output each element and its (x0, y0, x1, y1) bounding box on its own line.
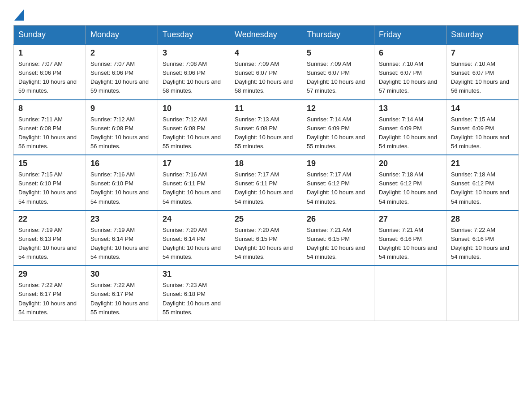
day-info: Sunrise: 7:18 AM Sunset: 6:12 PM Dayligh… (379, 170, 442, 206)
day-info: Sunrise: 7:16 AM Sunset: 6:11 PM Dayligh… (163, 170, 225, 206)
day-info: Sunrise: 7:10 AM Sunset: 6:07 PM Dayligh… (379, 60, 442, 96)
calendar-day-cell: 31 Sunrise: 7:23 AM Sunset: 6:18 PM Dayl… (158, 265, 230, 321)
calendar-day-cell: 14 Sunrise: 7:15 AM Sunset: 6:09 PM Dayl… (446, 100, 519, 155)
day-number: 31 (163, 270, 225, 279)
calendar-day-cell: 24 Sunrise: 7:20 AM Sunset: 6:14 PM Dayl… (158, 210, 230, 266)
calendar-day-cell: 11 Sunrise: 7:13 AM Sunset: 6:08 PM Dayl… (230, 100, 302, 155)
calendar-day-cell: 2 Sunrise: 7:07 AM Sunset: 6:06 PM Dayli… (86, 44, 158, 100)
calendar-day-cell (302, 265, 374, 321)
day-number: 4 (235, 48, 297, 58)
calendar-day-cell: 19 Sunrise: 7:17 AM Sunset: 6:12 PM Dayl… (302, 155, 374, 210)
day-info: Sunrise: 7:23 AM Sunset: 6:18 PM Dayligh… (163, 281, 225, 317)
calendar-day-cell: 23 Sunrise: 7:19 AM Sunset: 6:14 PM Dayl… (86, 210, 158, 266)
day-info: Sunrise: 7:12 AM Sunset: 6:08 PM Dayligh… (163, 115, 225, 151)
day-info: Sunrise: 7:11 AM Sunset: 6:08 PM Dayligh… (18, 115, 81, 151)
day-info: Sunrise: 7:07 AM Sunset: 6:06 PM Dayligh… (90, 60, 153, 96)
calendar-day-cell: 28 Sunrise: 7:22 AM Sunset: 6:16 PM Dayl… (446, 210, 519, 266)
calendar-day-cell: 18 Sunrise: 7:17 AM Sunset: 6:11 PM Dayl… (230, 155, 302, 210)
day-info: Sunrise: 7:10 AM Sunset: 6:07 PM Dayligh… (451, 60, 514, 96)
logo (13, 9, 24, 18)
day-number: 24 (163, 214, 225, 224)
day-number: 26 (307, 214, 369, 224)
calendar-table: SundayMondayTuesdayWednesdayThursdayFrid… (13, 25, 519, 321)
day-info: Sunrise: 7:09 AM Sunset: 6:07 PM Dayligh… (307, 60, 369, 96)
logo-triangle-icon (14, 9, 24, 21)
calendar-day-cell: 16 Sunrise: 7:16 AM Sunset: 6:10 PM Dayl… (86, 155, 158, 210)
calendar-day-cell: 20 Sunrise: 7:18 AM Sunset: 6:12 PM Dayl… (374, 155, 446, 210)
calendar-week-row: 22 Sunrise: 7:19 AM Sunset: 6:13 PM Dayl… (14, 210, 519, 266)
day-info: Sunrise: 7:19 AM Sunset: 6:14 PM Dayligh… (90, 226, 153, 262)
day-info: Sunrise: 7:13 AM Sunset: 6:08 PM Dayligh… (235, 115, 297, 151)
day-info: Sunrise: 7:21 AM Sunset: 6:15 PM Dayligh… (307, 226, 369, 262)
day-info: Sunrise: 7:22 AM Sunset: 6:17 PM Dayligh… (18, 281, 81, 317)
day-info: Sunrise: 7:09 AM Sunset: 6:07 PM Dayligh… (235, 60, 297, 96)
day-number: 22 (18, 214, 81, 224)
day-number: 10 (163, 104, 225, 113)
calendar-day-cell: 25 Sunrise: 7:20 AM Sunset: 6:15 PM Dayl… (230, 210, 302, 266)
day-number: 6 (379, 48, 442, 58)
calendar-week-row: 29 Sunrise: 7:22 AM Sunset: 6:17 PM Dayl… (14, 265, 519, 321)
day-info: Sunrise: 7:14 AM Sunset: 6:09 PM Dayligh… (307, 115, 369, 151)
day-info: Sunrise: 7:12 AM Sunset: 6:08 PM Dayligh… (90, 115, 153, 151)
day-number: 5 (307, 48, 369, 58)
page-header (13, 9, 519, 18)
calendar-day-cell: 26 Sunrise: 7:21 AM Sunset: 6:15 PM Dayl… (302, 210, 374, 266)
day-number: 21 (451, 159, 514, 168)
svg-marker-0 (14, 9, 24, 21)
calendar-day-header: Tuesday (158, 26, 230, 45)
day-number: 15 (18, 159, 81, 168)
day-info: Sunrise: 7:22 AM Sunset: 6:16 PM Dayligh… (451, 226, 514, 262)
calendar-week-row: 1 Sunrise: 7:07 AM Sunset: 6:06 PM Dayli… (14, 44, 519, 100)
day-number: 19 (307, 159, 369, 168)
day-info: Sunrise: 7:15 AM Sunset: 6:09 PM Dayligh… (451, 115, 514, 151)
calendar-day-header: Sunday (14, 26, 86, 45)
day-info: Sunrise: 7:16 AM Sunset: 6:10 PM Dayligh… (90, 170, 153, 206)
calendar-week-row: 8 Sunrise: 7:11 AM Sunset: 6:08 PM Dayli… (14, 100, 519, 155)
calendar-day-cell: 29 Sunrise: 7:22 AM Sunset: 6:17 PM Dayl… (14, 265, 86, 321)
day-info: Sunrise: 7:18 AM Sunset: 6:12 PM Dayligh… (451, 170, 514, 206)
day-number: 25 (235, 214, 297, 224)
calendar-day-header: Monday (86, 26, 158, 45)
calendar-day-header: Friday (374, 26, 446, 45)
calendar-day-cell: 10 Sunrise: 7:12 AM Sunset: 6:08 PM Dayl… (158, 100, 230, 155)
calendar-day-header: Wednesday (230, 26, 302, 45)
day-number: 18 (235, 159, 297, 168)
day-number: 1 (18, 48, 81, 58)
day-number: 12 (307, 104, 369, 113)
day-number: 16 (90, 159, 153, 168)
calendar-week-row: 15 Sunrise: 7:15 AM Sunset: 6:10 PM Dayl… (14, 155, 519, 210)
calendar-day-cell: 17 Sunrise: 7:16 AM Sunset: 6:11 PM Dayl… (158, 155, 230, 210)
calendar-day-cell: 6 Sunrise: 7:10 AM Sunset: 6:07 PM Dayli… (374, 44, 446, 100)
calendar-day-header: Saturday (446, 26, 519, 45)
day-number: 3 (163, 48, 225, 58)
day-number: 14 (451, 104, 514, 113)
calendar-day-cell: 8 Sunrise: 7:11 AM Sunset: 6:08 PM Dayli… (14, 100, 86, 155)
day-number: 17 (163, 159, 225, 168)
day-info: Sunrise: 7:19 AM Sunset: 6:13 PM Dayligh… (18, 226, 81, 262)
day-number: 27 (379, 214, 442, 224)
calendar-day-cell: 4 Sunrise: 7:09 AM Sunset: 6:07 PM Dayli… (230, 44, 302, 100)
day-number: 13 (379, 104, 442, 113)
day-info: Sunrise: 7:17 AM Sunset: 6:12 PM Dayligh… (307, 170, 369, 206)
calendar-day-cell: 22 Sunrise: 7:19 AM Sunset: 6:13 PM Dayl… (14, 210, 86, 266)
day-number: 28 (451, 214, 514, 224)
day-info: Sunrise: 7:15 AM Sunset: 6:10 PM Dayligh… (18, 170, 81, 206)
calendar-day-cell (446, 265, 519, 321)
calendar-day-cell: 30 Sunrise: 7:22 AM Sunset: 6:17 PM Dayl… (86, 265, 158, 321)
day-info: Sunrise: 7:22 AM Sunset: 6:17 PM Dayligh… (90, 281, 153, 317)
day-number: 8 (18, 104, 81, 113)
day-info: Sunrise: 7:07 AM Sunset: 6:06 PM Dayligh… (18, 60, 81, 96)
day-number: 11 (235, 104, 297, 113)
calendar-day-cell: 3 Sunrise: 7:08 AM Sunset: 6:06 PM Dayli… (158, 44, 230, 100)
calendar-day-cell: 5 Sunrise: 7:09 AM Sunset: 6:07 PM Dayli… (302, 44, 374, 100)
calendar-day-cell: 7 Sunrise: 7:10 AM Sunset: 6:07 PM Dayli… (446, 44, 519, 100)
calendar-day-cell: 21 Sunrise: 7:18 AM Sunset: 6:12 PM Dayl… (446, 155, 519, 210)
day-info: Sunrise: 7:14 AM Sunset: 6:09 PM Dayligh… (379, 115, 442, 151)
calendar-day-cell: 1 Sunrise: 7:07 AM Sunset: 6:06 PM Dayli… (14, 44, 86, 100)
day-info: Sunrise: 7:20 AM Sunset: 6:15 PM Dayligh… (235, 226, 297, 262)
day-info: Sunrise: 7:17 AM Sunset: 6:11 PM Dayligh… (235, 170, 297, 206)
day-number: 7 (451, 48, 514, 58)
day-number: 23 (90, 214, 153, 224)
day-number: 20 (379, 159, 442, 168)
calendar-day-header: Thursday (302, 26, 374, 45)
